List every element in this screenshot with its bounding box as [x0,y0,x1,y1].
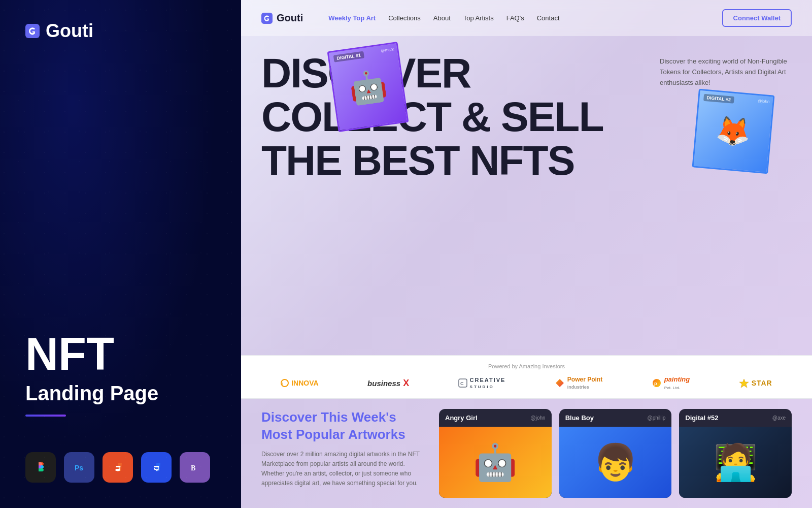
investor-business: businessX [367,378,409,389]
artwork-1-name: Angry Girl [445,414,478,422]
divider-line [25,415,66,417]
powerpoint-label: Power PointIndustries [567,376,602,390]
svg-text:B: B [191,464,195,472]
artwork-1-author: @john [531,415,546,421]
powerpoint-icon [555,378,565,388]
nav-link-collections[interactable]: Collections [388,14,421,22]
artworks-title: Discover This Week's Most Popular Artwor… [261,409,424,443]
tool-icons: Ps B [25,452,216,483]
nft-title: NFT [25,331,216,377]
nav-links: Weekly Top Art Collections About Top Art… [328,14,706,22]
artworks-description: Discover over 2 million amazing digital … [261,450,424,489]
photoshop-icon: Ps [64,452,94,483]
nft-card-1: DIGITAL #1 @mark 🤖 [327,42,409,132]
creative-icon: C [458,378,467,388]
nav-link-about[interactable]: About [433,14,451,22]
nft-card-2-author: @john [758,99,770,104]
main-title-area: NFT Landing Page [25,331,216,437]
nav-logo-text: Gouti [277,12,303,24]
svg-marker-11 [556,379,564,387]
artworks-title-highlight: Artworks [348,427,405,442]
painting-icon: p [652,378,662,388]
svg-text:C: C [460,381,465,386]
css3-icon [141,452,172,483]
svg-rect-6 [261,13,273,24]
creative-name: CREATIVESTUDIO [470,377,506,389]
investor-creative: C CREATIVESTUDIO [458,377,506,389]
artwork-2-image: 👦 [559,427,672,498]
star-label: STAR [752,379,772,387]
investor-powerpoint: Power PointIndustries [555,376,602,390]
artwork-card-digital-52[interactable]: Digital #52 @axe 🧑‍💻 [679,409,792,498]
nav-link-weekly-top-art[interactable]: Weekly Top Art [328,14,376,22]
investors-section: Powered by Amazing Investors i INNOVA bu… [241,355,812,399]
nav-link-contact[interactable]: Contact [537,14,560,22]
artwork-card-blue-boy[interactable]: Blue Boy @phillip 👦 [559,409,672,498]
artwork-2-author: @phillip [648,415,666,421]
nav-logo-icon [261,13,273,24]
artwork-3-author: @axe [772,415,786,421]
html5-icon [103,452,133,483]
artwork-3-name: Digital #52 [685,414,718,422]
svg-text:i: i [282,382,283,386]
svg-rect-0 [25,24,40,38]
svg-text:p: p [654,381,657,386]
star-icon [739,378,749,388]
hero-section: Discover the exciting world of Non-Fungi… [241,36,812,355]
logo-area: Gouti [25,20,216,42]
svg-marker-14 [739,379,749,388]
figma-icon [25,452,56,483]
gouti-logo-icon [25,24,40,38]
artwork-card-2-header: Blue Boy @phillip [559,409,672,427]
svg-point-1 [41,465,44,468]
svg-text:Ps: Ps [75,464,83,472]
investor-innova: i INNOVA [281,379,318,387]
svg-rect-2 [73,461,85,473]
bootstrap-icon: B [180,452,210,483]
artworks-header: Discover This Week's Most Popular Artwor… [261,409,424,498]
svg-rect-4 [189,461,201,473]
nav-logo: Gouti [261,12,303,24]
investors-logos: i INNOVA businessX C CREATIVESTUDIO Powe… [261,375,792,391]
nft-card-2: DIGITAL #2 @john 🦊 [692,89,775,174]
innova-label: INNOVA [291,379,318,387]
artwork-1-image: 🤖 [439,427,552,498]
artwork-card-3-header: Digital #52 @axe [679,409,792,427]
business-label: business [367,379,400,388]
artwork-3-image: 🧑‍💻 [679,427,792,498]
artwork-card-1-header: Angry Girl @john [439,409,552,427]
nav-link-faqs[interactable]: FAQ's [506,14,524,22]
investor-painting: p paintingPvt. Ltd. [652,375,690,391]
innova-icon: i [281,379,289,387]
painting-label: paintingPvt. Ltd. [664,375,690,391]
right-panel: Gouti Weekly Top Art Collections About T… [241,0,812,508]
investors-label: Powered by Amazing Investors [261,363,792,369]
navbar: Gouti Weekly Top Art Collections About T… [241,0,812,36]
artwork-2-name: Blue Boy [565,414,594,422]
left-logo-text: Gouti [46,20,93,42]
investor-star: STAR [739,378,772,388]
left-panel: Gouti NFT Landing Page Ps [0,0,241,508]
artwork-card-angry-girl[interactable]: Angry Girl @john 🤖 [439,409,552,498]
artworks-section: Discover This Week's Most Popular Artwor… [241,399,812,508]
landing-subtitle: Landing Page [25,382,216,404]
nav-link-top-artists[interactable]: Top Artists [463,14,494,22]
artworks-grid: Angry Girl @john 🤖 Blue Boy @phillip 👦 D… [439,409,792,498]
connect-wallet-button[interactable]: Connect Wallet [722,9,792,27]
